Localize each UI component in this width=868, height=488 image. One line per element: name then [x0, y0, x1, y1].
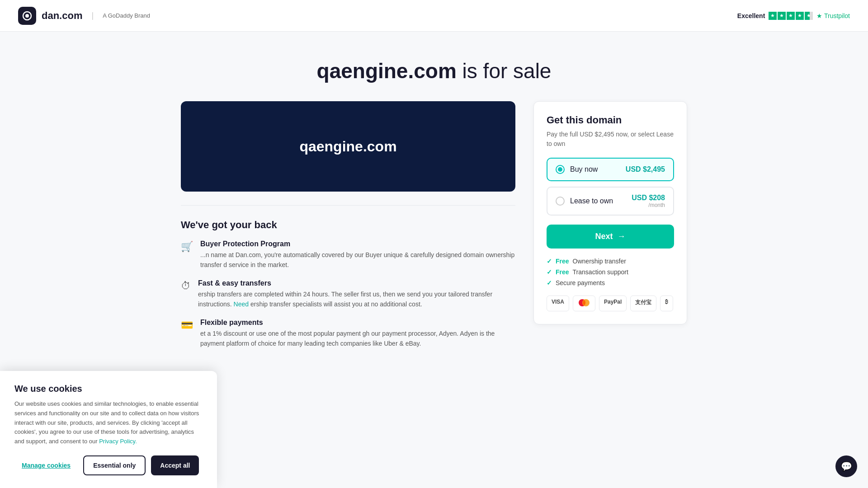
left-column: qaengine.com We've got your back 🛒 Buyer…: [181, 101, 515, 357]
option-buy-price: USD $2,495: [626, 165, 665, 174]
option-buy-now[interactable]: Buy now USD $2,495: [547, 158, 674, 181]
feature-item-buyer: 🛒 Buyer Protection Program ...n name at …: [181, 240, 515, 270]
header: dan.com | A GoDaddy Brand Excellent ★ ★ …: [0, 0, 868, 32]
radio-buy-now[interactable]: [556, 165, 565, 174]
payment-mastercard: [573, 296, 595, 311]
need-help-link[interactable]: Need: [234, 300, 249, 308]
feature-desc-payments: et a 1% discount or use one of the most …: [200, 328, 515, 349]
payment-alipay: 支付宝: [630, 296, 656, 311]
feature-content-payments: Flexible payments et a 1% discount or us…: [200, 319, 515, 349]
panel-feature-ownership: ✓ Free Ownership transfer: [547, 258, 674, 265]
next-button[interactable]: Next →: [547, 225, 674, 249]
payment-visa: VISA: [547, 296, 569, 311]
star-1: ★: [769, 12, 777, 20]
manage-cookies-button[interactable]: Manage cookies: [14, 455, 78, 475]
check-icon-3: ✓: [547, 279, 552, 286]
feature-text-2: Transaction support: [573, 268, 628, 276]
star-4: ★: [796, 12, 804, 20]
option-lease-price-sub: /month: [632, 202, 665, 208]
trustpilot-logo: ★ Trustpilot: [816, 12, 850, 19]
panel-feature-secure: ✓ Secure payments: [547, 279, 674, 286]
logo-icon: [18, 7, 36, 25]
radio-buy-inner: [558, 167, 562, 172]
trustpilot-area: Excellent ★ ★ ★ ★ ★ ★ Trustpilot: [737, 12, 850, 20]
panel-features: ✓ Free Ownership transfer ✓ Free Transac…: [547, 258, 674, 286]
star-5: ★: [805, 12, 813, 20]
lease-price-group: USD $208 /month: [632, 194, 665, 208]
cart-icon: 🛒: [181, 241, 193, 270]
feature-name-transfer: Fast & easy transfers: [198, 279, 515, 287]
radio-lease[interactable]: [556, 197, 565, 206]
feature-item-payments: 💳 Flexible payments et a 1% discount or …: [181, 319, 515, 349]
feature-content-transfer: Fast & easy transfers ership transfers a…: [198, 279, 515, 310]
payment-icon-feature: 💳: [181, 319, 193, 349]
cookie-text: Our website uses cookies and similar tec…: [14, 399, 203, 446]
feature-name-buyer: Buyer Protection Program: [200, 240, 515, 248]
feature-text-1: Ownership transfer: [573, 258, 626, 265]
privacy-policy-link[interactable]: Privacy Policy.: [99, 438, 137, 445]
trustpilot-stars: ★ ★ ★ ★ ★: [769, 12, 813, 20]
panel-title: Get this domain: [547, 114, 674, 126]
accept-all-button[interactable]: Accept all: [151, 455, 199, 475]
payment-paypal: PayPal: [599, 296, 627, 311]
feature-content-buyer: Buyer Protection Program ...n name at Da…: [200, 240, 515, 270]
features-title: We've got your back: [181, 219, 515, 231]
cookie-title: We use cookies: [14, 384, 203, 394]
free-badge-1: Free: [556, 258, 569, 265]
next-button-label: Next: [595, 232, 613, 241]
features-section: We've got your back 🛒 Buyer Protection P…: [181, 205, 515, 348]
chat-button[interactable]: 💬: [835, 455, 857, 477]
panel-subtitle: Pay the full USD $2,495 now, or select L…: [547, 130, 674, 149]
godaddy-brand: A GoDaddy Brand: [103, 12, 150, 19]
cookie-banner: We use cookies Our website uses cookies …: [0, 371, 217, 488]
content-grid: qaengine.com We've got your back 🛒 Buyer…: [181, 101, 687, 357]
title-suffix: is for sale: [457, 59, 552, 83]
feature-item-transfer: ⏱ Fast & easy transfers ership transfers…: [181, 279, 515, 310]
next-arrow-icon: →: [618, 232, 626, 241]
header-left: dan.com | A GoDaddy Brand: [18, 7, 150, 25]
logo-text: dan.com: [42, 10, 82, 22]
domain-name-bold: qaengine.com: [317, 59, 457, 83]
star-3: ★: [787, 12, 795, 20]
svg-point-1: [25, 14, 29, 18]
option-lease-left: Lease to own: [556, 197, 613, 206]
free-badge-2: Free: [556, 268, 569, 276]
feature-text-3: Secure payments: [556, 279, 605, 286]
domain-preview: qaengine.com: [181, 101, 515, 192]
payment-crypto: ₿: [660, 296, 673, 311]
purchase-panel: Get this domain Pay the full USD $2,495 …: [533, 101, 687, 324]
brand-separator: |: [91, 11, 94, 20]
check-icon-1: ✓: [547, 258, 552, 265]
panel-feature-transaction: ✓ Free Transaction support: [547, 268, 674, 276]
trustpilot-rating-text: Excellent: [737, 12, 765, 19]
feature-name-payments: Flexible payments: [200, 319, 515, 327]
domain-preview-text: qaengine.com: [299, 138, 396, 155]
main-content: qaengine.com is for sale qaengine.com We…: [163, 32, 705, 385]
feature-desc-buyer: ...n name at Dan.com, you're automatical…: [200, 250, 515, 270]
option-lease[interactable]: Lease to own USD $208 /month: [547, 187, 674, 216]
chat-icon: 💬: [841, 461, 852, 472]
option-buy-left: Buy now: [556, 165, 598, 174]
page-title: qaengine.com is for sale: [181, 59, 687, 83]
clock-icon: ⏱: [181, 280, 191, 310]
option-buy-label: Buy now: [570, 165, 598, 174]
cookie-buttons: Manage cookies Essential only Accept all: [14, 455, 203, 475]
check-icon-2: ✓: [547, 268, 552, 276]
option-lease-price: USD $208: [632, 194, 665, 202]
essential-only-button[interactable]: Essential only: [83, 455, 146, 475]
option-lease-label: Lease to own: [570, 197, 613, 205]
payment-icons: VISA PayPal 支付宝 ₿: [547, 296, 674, 311]
star-2: ★: [778, 12, 786, 20]
feature-desc-transfer: ership transfers are completed within 24…: [198, 289, 515, 310]
